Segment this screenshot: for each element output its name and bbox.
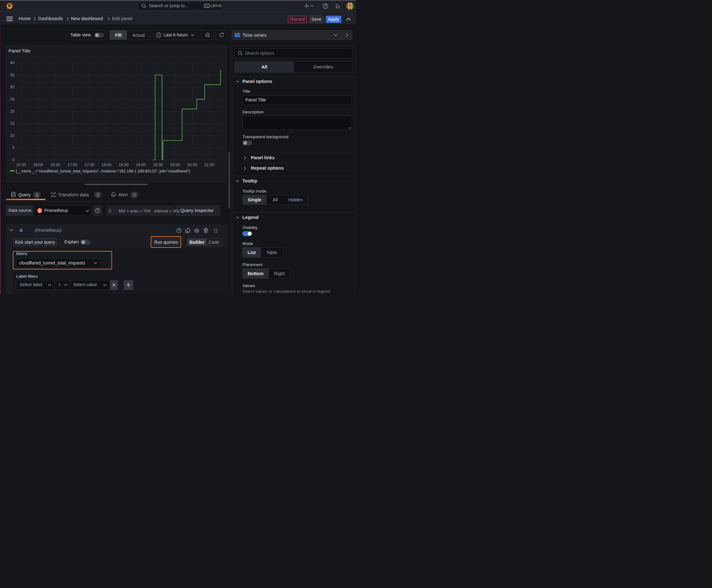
svg-text:20: 20 [10, 109, 15, 114]
svg-text:0: 0 [12, 158, 15, 162]
svg-text:30: 30 [10, 85, 15, 89]
svg-text:25: 25 [10, 97, 15, 102]
svg-text:{__name__="cloudflared_tunnel_: {__name__="cloudflared_tunnel_total_requ… [16, 169, 190, 173]
svg-text:21:00: 21:00 [204, 163, 214, 167]
svg-text:20:00: 20:00 [170, 163, 180, 167]
svg-text:5: 5 [12, 145, 15, 150]
svg-text:19:00: 19:00 [136, 163, 146, 167]
svg-text:15: 15 [10, 121, 15, 126]
svg-text:40: 40 [10, 61, 15, 65]
svg-text:10: 10 [10, 133, 15, 138]
svg-text:16:00: 16:00 [33, 163, 43, 167]
svg-text:20:30: 20:30 [187, 163, 197, 167]
svg-text:15:30: 15:30 [16, 163, 26, 167]
svg-text:16:30: 16:30 [50, 163, 60, 167]
svg-text:18:00: 18:00 [102, 163, 111, 167]
svg-text:18:30: 18:30 [118, 163, 128, 167]
svg-text:19:30: 19:30 [153, 163, 163, 167]
svg-text:17:00: 17:00 [67, 163, 77, 167]
svg-text:17:30: 17:30 [84, 163, 94, 167]
svg-text:35: 35 [10, 73, 15, 77]
